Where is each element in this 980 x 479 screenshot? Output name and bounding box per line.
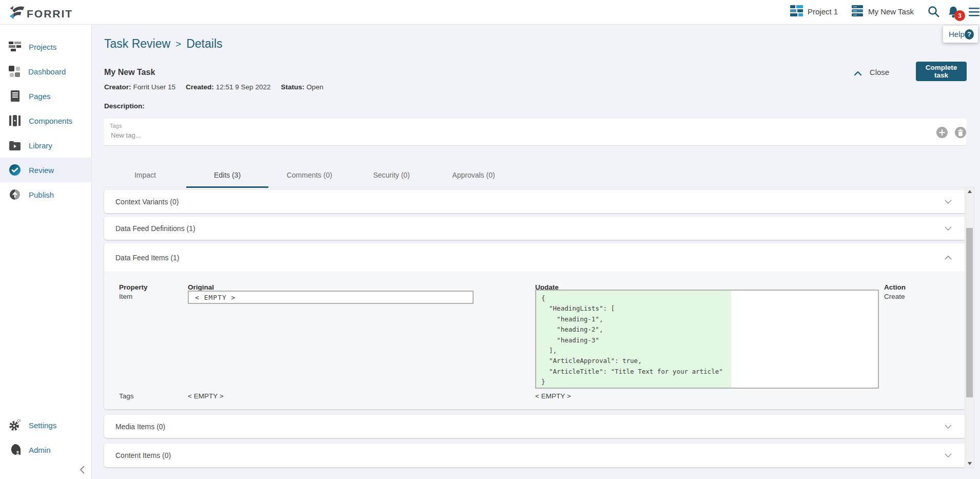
delete-tags-button[interactable]	[955, 127, 966, 138]
sidebar-item-label: Pages	[29, 92, 51, 101]
menu-button[interactable]	[966, 4, 980, 20]
admin-shield-icon	[9, 444, 21, 456]
sidebar-item-review[interactable]: Review	[0, 158, 91, 182]
help-label: Help	[949, 30, 965, 39]
sidebar-item-label: Projects	[29, 43, 56, 51]
sidebar-item-settings[interactable]: Settings	[0, 413, 91, 437]
dashboard-icon	[9, 66, 21, 78]
help-menu-item[interactable]: Help ?	[943, 26, 978, 43]
sidebar-item-label: Review	[29, 166, 54, 175]
vertical-scrollbar[interactable]	[965, 187, 974, 468]
scrollbar-thumb[interactable]	[966, 228, 973, 397]
chevron-left-icon	[80, 465, 85, 474]
scroll-up-arrow[interactable]	[965, 187, 974, 196]
components-icon	[9, 115, 21, 126]
sidebar-item-admin[interactable]: Admin	[0, 437, 91, 462]
pages-icon	[9, 90, 21, 102]
accordion-header[interactable]: Context Variants (0)	[104, 190, 966, 213]
gear-icon	[9, 418, 21, 432]
breadcrumb-separator: >	[175, 39, 181, 50]
row-tags-original: < EMPTY >	[188, 392, 224, 400]
accordion-header[interactable]: Media Items (0)	[104, 415, 966, 438]
task-stack-icon	[852, 5, 864, 17]
forrit-logo[interactable]: FORRIT	[6, 2, 73, 22]
breadcrumb-section[interactable]: Task Review	[104, 37, 170, 51]
help-question-icon: ?	[965, 29, 974, 40]
row-tags-property: Tags	[119, 392, 134, 400]
tab-bar: Impact Edits (3) Comments (0) Security (…	[104, 163, 966, 187]
row-item-original-value: < EMPTY >	[188, 291, 474, 304]
trash-icon	[955, 127, 966, 138]
accordion-media-items: Media Items (0)	[104, 415, 966, 438]
sidebar-item-library[interactable]: Library	[0, 133, 91, 158]
tab-security[interactable]: Security (0)	[350, 163, 433, 187]
row-tags-update: < EMPTY >	[535, 392, 571, 400]
close-button[interactable]: Close	[866, 64, 893, 80]
complete-task-button[interactable]: Complete task	[916, 62, 967, 81]
sidebar-collapse-button[interactable]	[76, 464, 88, 476]
column-header-property: Property	[119, 283, 148, 291]
hamburger-icon	[969, 8, 979, 16]
sidebar-item-label: Library	[29, 141, 52, 150]
created-value: 12:51 9 Sep 2022	[216, 83, 271, 91]
scroll-down-arrow[interactable]	[965, 459, 974, 468]
main-content: Task Review > Details My New Task Creato…	[92, 24, 980, 479]
accordion-content-items: Content Items (0)	[104, 444, 966, 467]
column-header-original: Original	[188, 283, 214, 291]
tab-approvals[interactable]: Approvals (0)	[433, 163, 515, 187]
project-grid-icon	[790, 5, 803, 17]
sidebar-item-pages[interactable]: Pages	[0, 84, 91, 108]
accordion-data-feed-items: Data Feed Items (1) Property Original Up…	[104, 243, 966, 409]
tags-section: Tags	[104, 119, 966, 146]
top-bar: FORRIT Project 1 My New Task	[0, 0, 980, 25]
creator-value: Forrit User 15	[133, 83, 176, 91]
search-icon	[927, 5, 940, 18]
tab-comments[interactable]: Comments (0)	[268, 163, 350, 187]
page-title: My New Task	[104, 68, 155, 77]
accordion-title: Context Variants (0)	[115, 198, 179, 206]
library-icon	[9, 140, 21, 151]
sidebar-item-label: Admin	[29, 446, 51, 454]
accordion-title: Data Feed Items (1)	[115, 254, 180, 262]
forrit-logo-icon	[6, 2, 26, 22]
accordion-title: Data Feed Definitions (1)	[115, 224, 195, 233]
project-switcher[interactable]: Project 1	[790, 5, 838, 17]
created-label: Created:	[186, 83, 214, 91]
sidebar-item-publish[interactable]: Publish	[0, 182, 91, 207]
row-item-property: Item	[119, 293, 132, 300]
search-button[interactable]	[926, 4, 942, 20]
status-value: Open	[306, 83, 323, 91]
sidebar-item-components[interactable]: Components	[0, 108, 91, 133]
notification-badge: 3	[954, 10, 965, 21]
tab-edits[interactable]: Edits (3)	[186, 163, 268, 187]
accordion-header[interactable]: Data Feed Definitions (1)	[104, 217, 966, 240]
status-label: Status:	[281, 83, 304, 91]
description-label: Description:	[104, 102, 145, 110]
collapse-task-button[interactable]	[851, 67, 865, 80]
review-check-icon	[9, 164, 21, 176]
add-tag-button[interactable]	[936, 127, 948, 138]
breadcrumb: Task Review > Details	[104, 37, 223, 51]
accordion-header[interactable]: Data Feed Items (1)	[104, 243, 966, 272]
publish-icon	[9, 188, 21, 201]
app-root: { "header": { "logo_text": "FORRIT", "pr…	[0, 0, 980, 479]
column-header-action: Action	[884, 283, 906, 291]
projects-icon	[9, 42, 21, 52]
tab-impact[interactable]: Impact	[104, 163, 186, 187]
sidebar: Projects Dashboard Pages Components	[0, 24, 92, 479]
row-item-update-value: { "HeadingLists": [ "heading-1", "headin…	[535, 290, 879, 389]
new-tag-input[interactable]	[110, 131, 276, 140]
chevron-down-icon	[945, 453, 952, 457]
accordion-title: Content Items (0)	[115, 451, 171, 459]
task-meta: Creator:Forrit User 15 Created:12:51 9 S…	[104, 83, 323, 91]
sidebar-item-projects[interactable]: Projects	[0, 34, 91, 59]
creator-label: Creator:	[104, 83, 131, 91]
edits-diff-table: Property Original Update Action Item < E…	[104, 272, 966, 409]
chevron-up-icon	[854, 71, 862, 76]
accordion-header[interactable]: Content Items (0)	[104, 444, 966, 467]
chevron-down-icon	[945, 226, 952, 231]
sidebar-item-dashboard[interactable]: Dashboard	[0, 59, 91, 84]
task-switcher[interactable]: My New Task	[852, 5, 914, 17]
row-item-action: Create	[884, 293, 905, 300]
accordion-context-variants: Context Variants (0)	[104, 190, 966, 213]
